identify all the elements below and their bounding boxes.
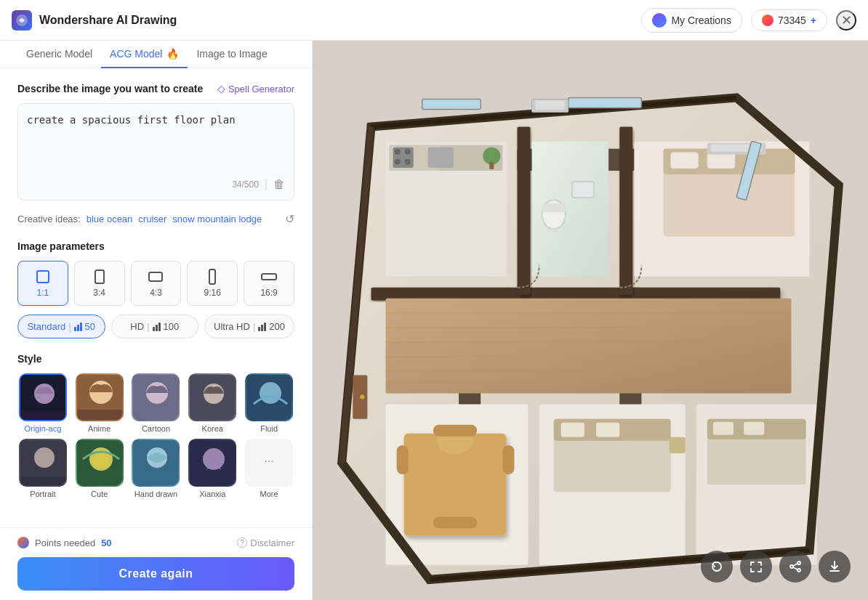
right-panel xyxy=(313,41,868,600)
hd-bars-icon xyxy=(153,323,161,331)
app-logo xyxy=(12,10,32,31)
points-needed-label: Points needed xyxy=(35,538,95,548)
prompt-section-label: Describe the image you want to create ◇ … xyxy=(17,83,294,94)
create-again-button[interactable]: Create again xyxy=(17,557,294,591)
close-button[interactable]: ✕ xyxy=(836,10,856,31)
idea-tag-2[interactable]: snow mountain lodge xyxy=(172,214,262,224)
ratio-9-16-button[interactable]: 9:16 xyxy=(187,261,238,306)
svg-rect-87 xyxy=(422,99,481,109)
ratio-16-9-icon xyxy=(261,269,277,285)
svg-rect-82 xyxy=(744,422,764,435)
style-thumb-cute xyxy=(76,439,124,487)
style-item-cartoon[interactable]: Cartoon xyxy=(131,373,182,433)
quality-options: Standard | 50 HD | xyxy=(17,315,294,338)
quality-standard-button[interactable]: Standard | 50 xyxy=(17,315,105,338)
style-item-portrait[interactable]: Portrait xyxy=(17,439,68,498)
svg-point-41 xyxy=(405,149,411,155)
more-dots-icon: ··· xyxy=(264,455,273,468)
ratio-3-4-icon xyxy=(92,269,108,285)
style-item-korea[interactable]: Korea xyxy=(187,373,238,433)
style-name-fluid: Fluid xyxy=(260,424,278,433)
svg-rect-2 xyxy=(95,270,104,283)
ratio-3-4-button[interactable]: 3:4 xyxy=(74,261,125,306)
svg-point-42 xyxy=(395,159,401,165)
style-section: Style Origin-acg xyxy=(17,353,294,498)
points-info: Points needed 50 ? Disclaimer xyxy=(17,537,294,548)
ratio-9-16-icon xyxy=(204,269,220,285)
regenerate-button[interactable] xyxy=(701,551,733,583)
ratio-4-3-button[interactable]: 4:3 xyxy=(131,261,182,306)
expand-icon xyxy=(749,559,763,574)
spell-generator-btn[interactable]: ◇ Spell Generator xyxy=(217,83,294,94)
standard-bars-icon xyxy=(74,323,82,331)
my-creations-button[interactable]: My Creations xyxy=(641,8,742,33)
titlebar-actions: My Creations 73345 + ✕ xyxy=(641,8,856,33)
tab-acg-model[interactable]: ACG Model 🔥 xyxy=(101,41,188,68)
share-icon xyxy=(788,559,803,574)
svg-rect-50 xyxy=(572,182,594,198)
svg-rect-71 xyxy=(433,516,477,528)
panel-body: Describe the image you want to create ◇ … xyxy=(0,68,312,527)
share-button[interactable] xyxy=(779,551,811,583)
disclaimer-button[interactable]: ? Disclaimer xyxy=(237,538,294,548)
my-creations-label: My Creations xyxy=(671,15,731,26)
tabs: Generic Model ACG Model 🔥 Image to Image xyxy=(0,41,312,68)
download-icon xyxy=(827,559,842,574)
style-name-xianxia: Xianxia xyxy=(199,490,225,498)
style-thumb-korea xyxy=(188,373,236,421)
style-name-anime: Anime xyxy=(88,424,110,433)
svg-rect-3 xyxy=(149,272,162,281)
creative-ideas-label: Creative ideas: xyxy=(17,214,81,224)
separator: | xyxy=(265,178,268,191)
svg-rect-93 xyxy=(536,100,565,109)
ratio-1-1-button[interactable]: 1:1 xyxy=(17,261,68,306)
style-item-hand-drawn[interactable]: Hand drawn xyxy=(131,439,182,498)
clear-prompt-button[interactable]: 🗑 xyxy=(273,178,285,191)
style-thumb-xianxia xyxy=(188,439,236,487)
aspect-ratios: 1:1 3:4 4:3 xyxy=(17,261,294,306)
style-item-xianxia[interactable]: Xianxia xyxy=(187,439,238,498)
add-points-label: + xyxy=(811,15,816,26)
app-title: Wondershare AI Drawing xyxy=(39,14,641,27)
style-name-cartoon: Cartoon xyxy=(142,424,170,433)
refresh-ideas-button[interactable]: ↺ xyxy=(285,212,294,226)
style-item-anime[interactable]: Anime xyxy=(74,373,125,433)
style-item-cute[interactable]: Cute xyxy=(74,439,125,498)
svg-rect-5 xyxy=(262,274,276,280)
fire-icon: 🔥 xyxy=(166,48,179,60)
svg-rect-70 xyxy=(433,425,477,437)
style-item-fluid[interactable]: Fluid xyxy=(244,373,294,433)
svg-line-97 xyxy=(793,564,797,566)
prompt-textarea[interactable] xyxy=(27,113,285,171)
tab-image-to-image[interactable]: Image to Image xyxy=(188,41,276,68)
svg-rect-35 xyxy=(619,127,632,295)
svg-rect-44 xyxy=(428,147,454,168)
char-count: 34/500 xyxy=(232,179,259,190)
quality-separator-1: | xyxy=(147,321,149,332)
expand-button[interactable] xyxy=(740,551,772,583)
svg-rect-1 xyxy=(37,271,49,283)
style-name-hand-drawn: Hand drawn xyxy=(134,490,177,498)
disclaimer-icon: ? xyxy=(237,538,247,548)
points-button[interactable]: 73345 + xyxy=(751,9,827,31)
download-button[interactable] xyxy=(819,551,851,583)
svg-rect-55 xyxy=(707,153,735,169)
svg-point-17 xyxy=(260,382,281,404)
style-section-label: Style xyxy=(17,353,294,365)
quality-hd-button[interactable]: HD | 100 xyxy=(111,315,199,338)
main-content: Generic Model ACG Model 🔥 Image to Image… xyxy=(0,41,868,600)
creative-ideas: Creative ideas: blue ocean cruiser snow … xyxy=(17,212,294,226)
idea-tag-1[interactable]: cruiser xyxy=(138,214,166,224)
style-item-origin-acg[interactable]: Origin-acg xyxy=(17,373,68,433)
svg-rect-77 xyxy=(670,437,686,453)
style-item-more[interactable]: ··· More xyxy=(244,439,294,498)
quality-ultra-hd-button[interactable]: Ultra HD | 200 xyxy=(204,315,294,338)
ratio-16-9-button[interactable]: 16:9 xyxy=(244,261,294,306)
idea-tag-0[interactable]: blue ocean xyxy=(87,214,133,224)
svg-rect-88 xyxy=(568,97,642,108)
tab-generic-model[interactable]: Generic Model xyxy=(17,41,101,68)
style-thumb-more: ··· xyxy=(245,439,293,487)
svg-rect-68 xyxy=(397,445,409,474)
svg-point-95 xyxy=(790,565,793,568)
style-thumb-anime xyxy=(76,373,124,421)
